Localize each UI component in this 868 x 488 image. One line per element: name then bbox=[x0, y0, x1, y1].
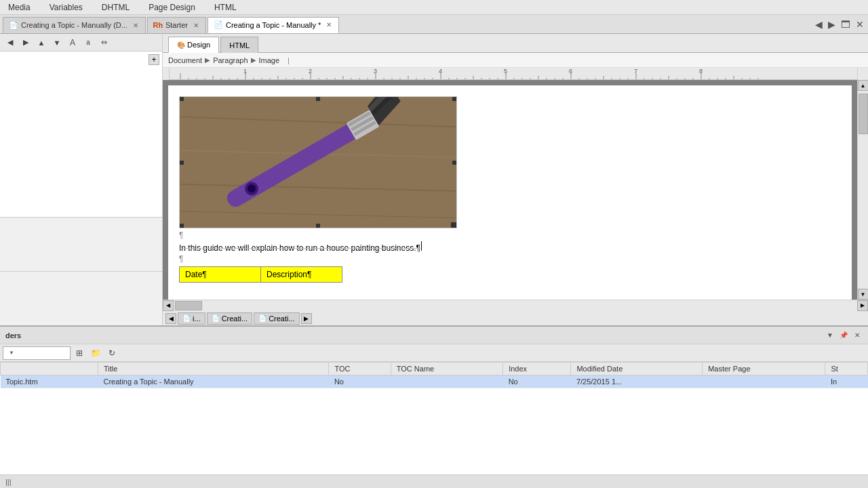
col-title[interactable]: Title bbox=[98, 363, 329, 375]
nav-toolbar: ◀ ▶ ▲ ▼ A a ⇔ bbox=[0, 34, 162, 52]
handle-br[interactable] bbox=[451, 222, 456, 228]
paintbrush-svg bbox=[180, 96, 456, 228]
col-master-page[interactable]: Master Page bbox=[703, 363, 825, 375]
design-html-tabs: 🎨 Design HTML bbox=[163, 34, 868, 53]
doc-icon: 📄 bbox=[214, 20, 223, 30]
nav-back-btn[interactable]: ◀ bbox=[3, 36, 18, 49]
nav-btn-a[interactable]: A bbox=[65, 36, 80, 49]
col-toc[interactable]: TOC bbox=[329, 363, 391, 375]
folder-dropdown-arrow: ▼ bbox=[9, 350, 14, 356]
scroll-thumb[interactable] bbox=[859, 94, 868, 134]
close-panel-icon[interactable]: ✕ bbox=[854, 18, 865, 31]
tab-close-btn[interactable]: ✕ bbox=[132, 21, 140, 29]
tab-close-btn[interactable]: ✕ bbox=[325, 21, 333, 29]
handle-tc[interactable] bbox=[316, 97, 320, 101]
nav-expand-btn[interactable]: ⇔ bbox=[96, 36, 111, 49]
menu-item-html[interactable]: HTML bbox=[212, 1, 239, 14]
tab-label: Creating a Topic - Manually (D... bbox=[21, 21, 127, 29]
menu-item-dhtml[interactable]: DHTML bbox=[99, 1, 132, 14]
content-table[interactable]: Date¶ Description¶ bbox=[179, 266, 342, 283]
nav-forward-btn[interactable]: ▶ bbox=[18, 36, 33, 49]
tab-label: Creating a Topic - Manually * bbox=[226, 21, 321, 29]
nav-down-btn[interactable]: ▼ bbox=[50, 36, 64, 49]
menu-item-media[interactable]: Media bbox=[5, 1, 33, 14]
sidebar-add-btn[interactable]: + bbox=[149, 54, 159, 65]
panel-close-btn[interactable]: ✕ bbox=[852, 330, 863, 341]
tab-scroll-right[interactable]: ▶ bbox=[827, 18, 837, 31]
scroll-up-btn[interactable]: ▲ bbox=[858, 80, 869, 91]
breadcrumb-arrow-1: ▶ bbox=[205, 56, 210, 64]
tab-creating-manually-d[interactable]: 📄 Creating a Topic - Manually (D... ✕ bbox=[3, 17, 146, 33]
editor-content[interactable]: ¶ In this guide we will explain how to r… bbox=[163, 80, 857, 300]
h-scroll-thumb[interactable] bbox=[175, 301, 202, 310]
bottom-tab-creati-2[interactable]: 📄 Creati... bbox=[254, 312, 300, 325]
refresh-btn[interactable]: ↻ bbox=[104, 346, 119, 360]
bottom-panel: ders ▼ 📌 ✕ ▼ ⊞ 📁 ↻ Title TOC bbox=[0, 325, 868, 474]
handle-tl[interactable] bbox=[180, 97, 184, 101]
h-scroll-track[interactable] bbox=[174, 300, 857, 311]
text-cursor bbox=[421, 241, 422, 251]
cell-status: In bbox=[825, 375, 868, 388]
tab-scroll-left[interactable]: ◀ bbox=[814, 18, 824, 31]
maximize-icon[interactable]: 🗖 bbox=[840, 18, 852, 31]
breadcrumb-paragraph[interactable]: Paragraph bbox=[213, 56, 248, 64]
handle-mr[interactable] bbox=[452, 161, 456, 165]
tab-design-icon: 🎨 bbox=[177, 41, 185, 49]
col-index[interactable]: Index bbox=[503, 363, 571, 375]
tab-close-btn[interactable]: ✕ bbox=[192, 21, 200, 29]
image-container[interactable] bbox=[179, 96, 457, 228]
bottom-tab-bar: ◀ 📄 i... 📄 Creati... 📄 Creati... ▶ bbox=[163, 310, 868, 325]
tab-starter[interactable]: Rh Starter ✕ bbox=[147, 17, 206, 33]
bottom-scroll-left[interactable]: ◀ bbox=[165, 313, 176, 324]
panel-pin-btn[interactable]: 📌 bbox=[838, 330, 849, 341]
handle-bc[interactable] bbox=[316, 224, 320, 228]
tab-bar: 📄 Creating a Topic - Manually (D... ✕ Rh… bbox=[0, 15, 868, 34]
bottom-tab-i[interactable]: 📄 i... bbox=[178, 312, 205, 325]
sidebar-panel-1 bbox=[0, 217, 162, 271]
bottom-tab-label-2: Creati... bbox=[222, 314, 248, 323]
folder-view-btn[interactable]: 📁 bbox=[88, 346, 103, 360]
file-table: Title TOC TOC Name Index Modified Date M… bbox=[0, 362, 868, 388]
scroll-track[interactable] bbox=[858, 91, 868, 289]
table-cell-description[interactable]: Description¶ bbox=[261, 267, 342, 283]
bottom-doc-icon-2: 📄 bbox=[212, 314, 220, 322]
tab-label: Starter bbox=[165, 21, 188, 29]
breadcrumb-arrow-2: ▶ bbox=[251, 56, 256, 64]
cell-title: Creating a Topic - Manually bbox=[98, 375, 329, 388]
h-scroll-left-btn[interactable]: ◀ bbox=[163, 300, 174, 311]
tab-creating-manually-active[interactable]: 📄 Creating a Topic - Manually * ✕ bbox=[208, 17, 339, 33]
cell-index: No bbox=[503, 375, 571, 388]
table-cell-date[interactable]: Date¶ bbox=[180, 267, 261, 283]
left-sidebar: ◀ ▶ ▲ ▼ A a ⇔ + bbox=[0, 34, 163, 325]
nav-up-btn[interactable]: ▲ bbox=[34, 36, 49, 49]
nav-btn-a-small[interactable]: a bbox=[81, 36, 96, 49]
content-image[interactable] bbox=[179, 96, 457, 228]
col-modified-date[interactable]: Modified Date bbox=[571, 363, 703, 375]
panel-dropdown-btn[interactable]: ▼ bbox=[825, 330, 835, 341]
body-text: In this guide we will explain how to run… bbox=[179, 243, 420, 253]
menu-item-variables[interactable]: Variables bbox=[47, 1, 85, 14]
body-text-line[interactable]: In this guide we will explain how to run… bbox=[179, 241, 841, 253]
col-toc-name[interactable]: TOC Name bbox=[391, 363, 502, 375]
handle-tr[interactable] bbox=[452, 97, 456, 101]
scroll-down-btn[interactable]: ▼ bbox=[858, 289, 869, 300]
tab-html-label: HTML bbox=[229, 41, 250, 49]
bottom-scroll-right[interactable]: ▶ bbox=[301, 313, 312, 324]
line-pilcrow-1: ¶ bbox=[179, 230, 841, 240]
tab-design[interactable]: 🎨 Design bbox=[168, 37, 219, 53]
tab-bar-controls: ◀ ▶ 🗖 ✕ bbox=[814, 18, 868, 31]
col-status[interactable]: St bbox=[825, 363, 868, 375]
handle-bl[interactable] bbox=[180, 224, 184, 228]
tab-html[interactable]: HTML bbox=[220, 37, 258, 53]
file-table-body: Topic.htm Creating a Topic - Manually No… bbox=[1, 375, 868, 388]
h-scroll-right-btn[interactable]: ▶ bbox=[857, 300, 868, 311]
col-filename[interactable] bbox=[1, 363, 98, 375]
bottom-tab-creati-1[interactable]: 📄 Creati... bbox=[207, 312, 253, 325]
menu-item-page-design[interactable]: Page Design bbox=[146, 1, 198, 14]
grid-view-btn[interactable]: ⊞ bbox=[72, 346, 87, 360]
handle-ml[interactable] bbox=[180, 161, 184, 165]
file-row-1[interactable]: Topic.htm Creating a Topic - Manually No… bbox=[1, 375, 868, 388]
breadcrumb-document[interactable]: Document bbox=[168, 56, 202, 64]
breadcrumb-image[interactable]: Image bbox=[259, 56, 280, 64]
folder-dropdown[interactable]: ▼ bbox=[3, 346, 71, 360]
